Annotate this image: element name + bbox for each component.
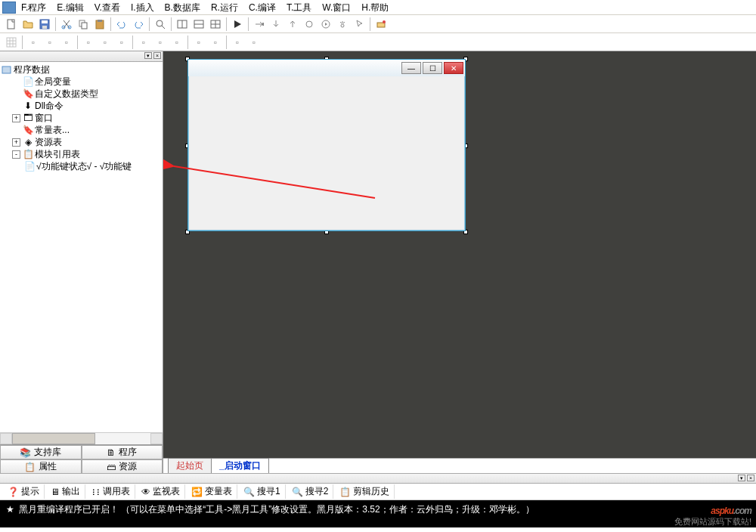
same-width-icon: ▫ <box>136 35 151 50</box>
grid-icon[interactable] <box>4 35 19 50</box>
menu-insert[interactable]: I.插入 <box>131 2 154 14</box>
run-icon[interactable] <box>230 17 245 32</box>
menu-tools[interactable]: T.工具 <box>287 2 311 14</box>
menu-help[interactable]: H.帮助 <box>361 2 389 14</box>
menu-edit[interactable]: E.编辑 <box>57 2 83 14</box>
expand-icon[interactable]: + <box>12 138 20 147</box>
tab-hint[interactable]: ❓提示 <box>3 484 45 499</box>
cursor-icon[interactable] <box>352 17 367 32</box>
tab-search2[interactable]: 🔍搜寻2 <box>287 484 334 499</box>
form-titlebar[interactable]: — ☐ ✕ <box>188 60 465 76</box>
breakpoint-icon[interactable] <box>302 17 317 32</box>
res-tab-icon: 🗃 <box>107 462 116 472</box>
menu-view[interactable]: V.查看 <box>94 2 120 14</box>
tab-label: 搜寻1 <box>257 485 280 498</box>
tab-clipboard[interactable]: 📋剪辑历史 <box>335 484 395 499</box>
redo-icon[interactable] <box>131 17 146 32</box>
tab-calls[interactable]: ⫶⫶调用表 <box>87 484 135 499</box>
collapse-icon[interactable]: - <box>12 150 20 159</box>
output-close-icon[interactable]: × <box>747 475 754 481</box>
tree-module-item[interactable]: 📄 √功能键状态√ - √功能键 <box>2 160 161 172</box>
svg-point-10 <box>156 20 163 26</box>
minimize-button[interactable]: — <box>401 62 421 74</box>
tab-label: 提示 <box>21 485 39 498</box>
scroll-thumb[interactable] <box>12 433 95 444</box>
continue-icon[interactable] <box>318 17 333 32</box>
form-client-area[interactable] <box>190 77 463 229</box>
output-dock-icon[interactable]: ▾ <box>738 475 745 481</box>
scroll-left-icon[interactable] <box>0 433 12 444</box>
tab-search1[interactable]: 🔍搜寻1 <box>239 484 286 499</box>
editor-tabs: 起始页 _启动窗口 <box>163 458 756 473</box>
svg-rect-3 <box>42 26 47 29</box>
close-button[interactable]: ✕ <box>444 62 463 74</box>
tree-windows[interactable]: +🗔 窗口 <box>2 112 161 124</box>
output-console[interactable]: ★黑月重编译程序已开启！ （可以在菜单中选择“工具->黑月工具”修改设置。黑月版… <box>0 500 756 527</box>
tab-vars[interactable]: 🔁变量表 <box>187 484 237 499</box>
step-over-icon[interactable] <box>252 17 267 32</box>
tab-start-page[interactable]: 起始页 <box>168 458 212 473</box>
tab-program[interactable]: 🗎程序 <box>82 445 163 459</box>
menubar: F.程序 E.编辑 V.查看 I.插入 B.数据库 R.运行 C.编译 T.工具… <box>0 0 756 15</box>
align-bottom-icon: ▫ <box>114 35 129 50</box>
tree-root[interactable]: 程序数据 <box>2 63 161 76</box>
tab-label: 属性 <box>39 460 57 473</box>
tree-custom-types[interactable]: 🔖 自定义数据类型 <box>2 88 161 100</box>
window-split-h-icon[interactable] <box>175 17 190 32</box>
align-top-icon: ▫ <box>81 35 96 50</box>
design-form[interactable]: — ☐ ✕ <box>187 59 466 231</box>
menu-compile[interactable]: C.编译 <box>249 2 276 14</box>
output-panel-header: ▾ × <box>0 473 756 484</box>
paste-icon[interactable] <box>92 17 107 32</box>
tab-startup-window[interactable]: _启动窗口 <box>211 458 269 473</box>
tree-label: 全局变量 <box>35 76 71 88</box>
find-icon[interactable] <box>153 17 168 32</box>
align-middle-icon: ▫ <box>98 35 113 50</box>
type-icon: 🔖 <box>23 89 33 99</box>
menu-window[interactable]: W.窗口 <box>322 2 351 14</box>
search-icon: 🔍 <box>243 487 255 497</box>
scroll-right-icon[interactable] <box>150 433 163 444</box>
undo-icon[interactable] <box>114 17 129 32</box>
page-icon: 📄 <box>24 162 35 172</box>
tree-global-vars[interactable]: 📄 全局变量 <box>2 76 161 88</box>
tab-output[interactable]: 🖥输出 <box>46 484 85 499</box>
menu-database[interactable]: B.数据库 <box>165 2 200 14</box>
tab-resources[interactable]: 🗃资源 <box>82 459 163 474</box>
wm-p1: asp <box>711 506 724 516</box>
window-split-v-icon[interactable] <box>191 17 206 32</box>
menu-run[interactable]: R.运行 <box>211 2 238 14</box>
tree-resources[interactable]: +◈ 资源表 <box>2 136 161 148</box>
tree-constants[interactable]: 🔖 常量表... <box>2 124 161 136</box>
tree-label: 资源表 <box>35 136 62 149</box>
sidebar-hscroll[interactable] <box>0 432 163 444</box>
sidebar-close-icon[interactable]: × <box>153 52 161 59</box>
open-file-icon[interactable] <box>20 17 36 32</box>
copy-icon[interactable] <box>76 17 91 32</box>
sidebar-dock-icon[interactable]: ▾ <box>144 52 152 59</box>
expand-icon[interactable]: + <box>12 114 20 122</box>
tree-modules[interactable]: -📋 模块引用表 <box>2 148 161 160</box>
tree-dll[interactable]: ⬇ Dll命令 <box>2 100 161 112</box>
stop-icon[interactable] <box>335 17 350 32</box>
project-tree[interactable]: 程序数据 📄 全局变量 🔖 自定义数据类型 ⬇ Dll命令 +🗔 窗口 🔖 常量… <box>0 62 163 432</box>
tab-watch[interactable]: 👁监视表 <box>137 484 185 499</box>
tab-support-lib[interactable]: 📚支持库 <box>0 445 82 459</box>
new-file-icon[interactable] <box>4 17 19 32</box>
form-designer-canvas[interactable]: — ☐ ✕ <box>163 51 756 458</box>
props-icon: 📋 <box>24 462 36 472</box>
maximize-button[interactable]: ☐ <box>423 62 442 74</box>
step-into-icon[interactable] <box>268 17 284 32</box>
window-grid-icon[interactable] <box>208 17 223 32</box>
tab-properties[interactable]: 📋属性 <box>0 459 82 474</box>
menu-file[interactable]: F.程序 <box>21 2 46 14</box>
save-icon[interactable] <box>37 17 52 32</box>
cut-icon[interactable] <box>59 17 74 32</box>
step-out-icon[interactable] <box>285 17 300 32</box>
align-left-icon: ▫ <box>26 35 41 50</box>
var-icon: 📄 <box>23 77 33 87</box>
tab-label: 输出 <box>62 485 80 498</box>
tool-icon[interactable] <box>373 17 389 32</box>
books-icon: 📚 <box>20 447 31 458</box>
output-text: 黑月重编译程序已开启！ （可以在菜单中选择“工具->黑月工具”修改设置。黑月版本… <box>19 504 534 515</box>
